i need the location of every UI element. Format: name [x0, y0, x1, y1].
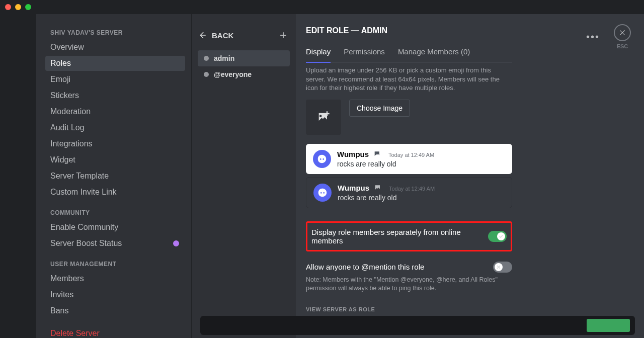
image-add-icon: [316, 110, 331, 124]
tab-display[interactable]: Display: [306, 43, 331, 63]
tab-permissions[interactable]: Permissions: [344, 43, 385, 62]
sidebar-item-enable-community[interactable]: Enable Community: [45, 220, 185, 235]
sidebar-item-server-boost-status[interactable]: Server Boost Status: [45, 236, 185, 251]
choose-image-button[interactable]: Choose Image: [349, 100, 410, 117]
preview-username: Wumpus: [338, 184, 369, 192]
view-server-as-role-header: VIEW SERVER AS ROLE: [306, 306, 512, 312]
toggle-allow-mention[interactable]: [493, 262, 512, 273]
preview-timestamp: Today at 12:49 AM: [389, 186, 435, 192]
window-titlebar: [0, 0, 644, 14]
setting-title-display-separate: Display role members separately from onl…: [311, 228, 488, 245]
add-role-button[interactable]: +: [280, 29, 287, 41]
sidebar-item-custom-invite-link[interactable]: Custom Invite Link: [45, 185, 185, 200]
x-icon: [496, 265, 501, 270]
sidebar-item-emoji[interactable]: Emoji: [45, 72, 185, 87]
discord-icon: [316, 153, 328, 164]
server-name-header: SHIV YADAV'S SERVER: [45, 26, 185, 39]
sidebar-item-integrations[interactable]: Integrations: [45, 136, 185, 151]
setting-title-mention: Allow anyone to @mention this role: [306, 263, 424, 271]
toggle-display-separate[interactable]: [488, 231, 507, 242]
unsaved-changes-bar: [200, 316, 635, 335]
sidebar-item-widget[interactable]: Widget: [45, 152, 185, 167]
traffic-light-max[interactable]: [25, 4, 31, 10]
setting-note-mention: Note: Members with the "Mention @everyon…: [306, 276, 512, 293]
tab-manage-members[interactable]: Manage Members (0): [398, 43, 470, 62]
preview-timestamp: Today at 12:49 AM: [388, 152, 434, 158]
sidebar-header-user-management: USER MANAGEMENT: [45, 258, 185, 271]
sidebar-item-server-template[interactable]: Server Template: [45, 168, 185, 184]
preview-body: rocks are really old: [338, 194, 435, 202]
role-icon-help: Upload an image under 256 KB or pick a c…: [306, 66, 512, 93]
role-list-column: BACK + admin @everyone: [191, 14, 296, 338]
traffic-light-min[interactable]: [15, 4, 21, 10]
role-color-dot: [204, 56, 209, 61]
role-preview: Wumpus Today at 12:49 AM rocks are reall…: [306, 144, 512, 208]
check-icon: [499, 234, 504, 239]
more-options-button[interactable]: •••: [586, 31, 600, 43]
sidebar-item-moderation[interactable]: Moderation: [45, 104, 185, 119]
sidebar-item-members[interactable]: Members: [45, 271, 185, 286]
server-rail: [0, 14, 36, 338]
page-title: EDIT ROLE — ADMIN: [306, 26, 512, 35]
arrow-left-icon: [198, 31, 207, 40]
avatar: [313, 184, 332, 202]
traffic-light-close[interactable]: [5, 4, 11, 10]
esc-label: ESC: [617, 43, 628, 49]
sidebar-item-roles[interactable]: Roles: [45, 56, 185, 71]
preview-username: Wumpus: [337, 150, 369, 158]
avatar: [313, 150, 331, 168]
save-changes-button[interactable]: [587, 319, 630, 332]
sidebar-header-community: COMMUNITY: [45, 206, 185, 219]
role-icon-inline: [373, 150, 381, 158]
close-icon: [619, 29, 626, 36]
back-button[interactable]: BACK: [198, 31, 233, 40]
preview-message-light: Wumpus Today at 12:49 AM rocks are reall…: [306, 144, 512, 174]
sidebar-item-invites[interactable]: Invites: [45, 287, 185, 302]
discord-icon: [317, 187, 328, 198]
sidebar-item-bans[interactable]: Bans: [45, 303, 185, 318]
sidebar-item-audit-log[interactable]: Audit Log: [45, 120, 185, 135]
role-item-admin[interactable]: admin: [198, 50, 290, 66]
role-icon-inline: [374, 184, 382, 192]
back-label: BACK: [212, 31, 233, 40]
close-settings-button[interactable]: [614, 24, 631, 41]
preview-body: rocks are really old: [337, 160, 434, 168]
role-tabs: Display Permissions Manage Members (0): [306, 43, 512, 63]
role-color-dot: [204, 72, 209, 77]
preview-message-dark: Wumpus Today at 12:49 AM rocks are reall…: [306, 177, 512, 208]
sidebar-item-stickers[interactable]: Stickers: [45, 88, 185, 103]
sidebar-item-overview[interactable]: Overview: [45, 40, 185, 55]
role-editor-main: ••• ESC EDIT ROLE — ADMIN Display Permis…: [296, 14, 644, 338]
sidebar-item-delete-server[interactable]: Delete Server: [45, 326, 185, 338]
boost-icon: [171, 238, 182, 249]
settings-sidebar: SHIV YADAV'S SERVER Overview Roles Emoji…: [36, 14, 191, 338]
role-item-everyone[interactable]: @everyone: [198, 66, 290, 82]
role-name: admin: [214, 54, 234, 62]
highlighted-setting: Display role members separately from onl…: [306, 221, 512, 251]
role-name: @everyone: [214, 70, 252, 78]
role-icon-upload-box[interactable]: [306, 100, 341, 135]
